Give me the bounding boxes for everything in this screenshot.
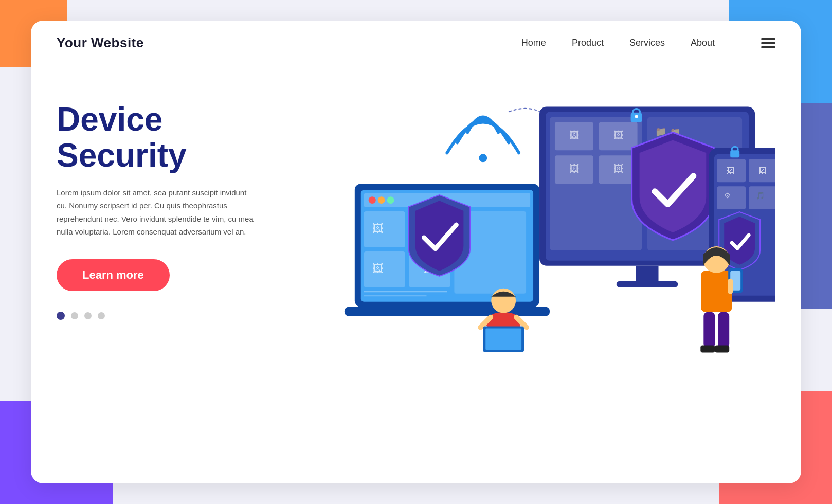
svg-point-0 — [479, 154, 487, 162]
hamburger-menu[interactable] — [761, 38, 775, 48]
hero-title-line1: Device — [57, 101, 162, 138]
svg-text:🖼: 🖼 — [613, 163, 624, 174]
svg-rect-29 — [617, 281, 678, 287]
hamburger-line-3 — [761, 46, 775, 48]
svg-text:🎵: 🎵 — [756, 191, 765, 200]
hero-title: Device Security — [57, 101, 303, 174]
svg-point-33 — [369, 196, 376, 204]
learn-more-button[interactable]: Learn more — [57, 259, 170, 291]
hero-section: Device Security Lorem ipsum dolor sit am… — [31, 65, 801, 482]
nav-home[interactable]: Home — [521, 38, 546, 48]
svg-text:🖼: 🖼 — [758, 166, 767, 175]
dot-1[interactable] — [57, 312, 65, 320]
svg-rect-62 — [717, 186, 746, 209]
dot-4[interactable] — [98, 312, 105, 319]
main-card: Your Website Home Product Services About… — [31, 21, 801, 483]
nav-product[interactable]: Product — [572, 38, 604, 48]
hero-title-line2: Security — [57, 137, 187, 174]
hero-left: Device Security Lorem ipsum dolor sit am… — [57, 81, 303, 320]
svg-text:🖼: 🖼 — [727, 166, 735, 175]
dot-3[interactable] — [84, 312, 92, 319]
svg-rect-73 — [715, 346, 729, 353]
svg-text:🖼: 🖼 — [372, 262, 384, 275]
svg-point-27 — [635, 115, 638, 118]
svg-rect-36 — [364, 211, 405, 247]
svg-text:🖼: 🖼 — [613, 130, 624, 141]
svg-rect-55 — [485, 329, 521, 350]
svg-rect-41 — [364, 251, 405, 287]
security-illustration: 🖼 🖼 🖼 🖼 📁 📁 ⚙ 🎵 🖼 🖼 ⚙ 🎵 — [314, 81, 775, 379]
nav-about[interactable]: About — [691, 38, 715, 48]
carousel-dots — [57, 312, 303, 320]
svg-rect-28 — [636, 266, 659, 281]
svg-text:🖼: 🖼 — [372, 222, 384, 235]
nav-services[interactable]: Services — [629, 38, 665, 48]
svg-point-34 — [378, 196, 385, 204]
hero-illustration: 🖼 🖼 🖼 🖼 📁 📁 ⚙ 🎵 🖼 🖼 ⚙ 🎵 — [314, 81, 775, 379]
svg-rect-72 — [700, 346, 715, 353]
navbar: Your Website Home Product Services About — [31, 21, 801, 65]
svg-rect-47 — [345, 307, 550, 316]
nav-links: Home Product Services About — [521, 38, 775, 48]
hero-description: Lorem ipsum dolor sit amet, sea putant s… — [57, 186, 257, 239]
svg-text:⚙: ⚙ — [724, 191, 731, 200]
svg-text:🖼: 🖼 — [569, 163, 580, 174]
svg-rect-70 — [703, 312, 715, 348]
svg-point-35 — [387, 196, 394, 204]
svg-rect-71 — [718, 312, 729, 348]
svg-text:🖼: 🖼 — [569, 130, 580, 141]
dot-2[interactable] — [71, 312, 78, 319]
hamburger-line-1 — [761, 38, 775, 40]
site-logo[interactable]: Your Website — [57, 35, 144, 51]
svg-rect-68 — [701, 271, 732, 312]
hamburger-line-2 — [761, 42, 775, 44]
